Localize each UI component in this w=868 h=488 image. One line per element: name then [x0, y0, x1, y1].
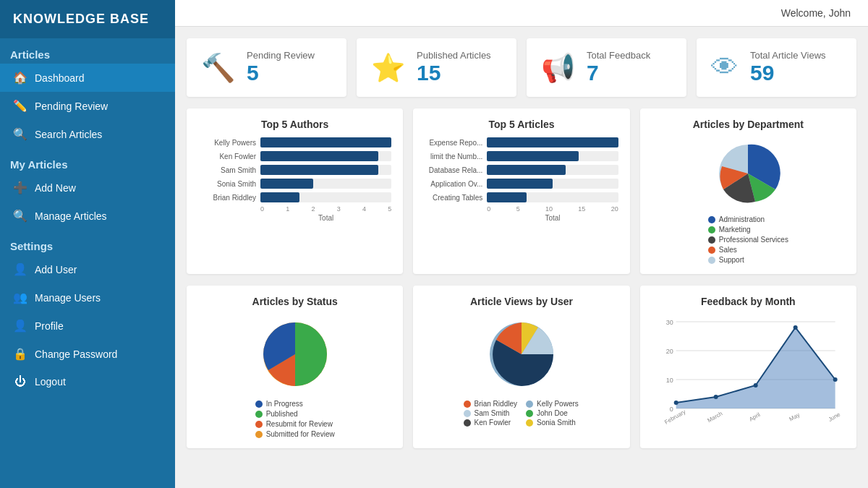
pending-review-stat-icon: 🔨 [201, 52, 235, 84]
articles-section-label: Articles [0, 38, 175, 64]
bar-fill [260, 151, 378, 161]
articles-by-status-title: Articles by Status [198, 296, 391, 307]
bar-fill [487, 192, 526, 202]
legend-item: In Progress [255, 400, 335, 408]
x-tick: June [827, 411, 841, 423]
views-label: Total Article Views [750, 50, 826, 61]
legend-item: Brian Riddley [464, 400, 517, 408]
bar-track [260, 179, 391, 189]
pending-review-label: Pending Review [247, 50, 315, 61]
article-name: Application Ov... [425, 180, 482, 188]
user-views-legend: Brian Riddley Kelly Powers Sam Smith Joh… [464, 400, 580, 427]
axis-tick: 1 [286, 205, 289, 213]
legend-dot [526, 419, 533, 427]
legend-dot [708, 247, 715, 254]
axis-tick: 2 [312, 205, 315, 213]
axis-tick: 20 [611, 205, 618, 213]
bar-track [260, 137, 391, 147]
legend-item: Marketing [708, 226, 788, 234]
y-tick: 30 [665, 319, 673, 326]
sidebar-item-manage-articles[interactable]: 🔍 Manage Articles [0, 202, 175, 230]
legend-label: Sales [719, 246, 737, 254]
legend-dot [464, 401, 471, 408]
welcome-message: Welcome, John [781, 7, 851, 19]
sidebar-item-label: Change Password [35, 348, 117, 360]
legend-dot [708, 216, 715, 223]
published-label: Published Articles [417, 50, 491, 61]
profile-icon: 👤 [13, 319, 27, 333]
data-point [793, 325, 797, 330]
sidebar-item-change-password[interactable]: 🔒 Change Password [0, 340, 175, 368]
legend-dot [464, 410, 471, 417]
legend-label: Administration [719, 215, 765, 223]
bar-track [487, 179, 618, 189]
top5-articles-title: Top 5 Articles [425, 119, 618, 130]
sidebar-item-label: Profile [35, 320, 64, 332]
legend-label: Ken Fowler [475, 419, 511, 427]
dashboard-content: 🔨 Pending Review 5 ⭐ Published Articles … [175, 27, 868, 488]
pending-review-value: 5 [247, 61, 315, 85]
legend-label: Support [719, 256, 744, 264]
manage-articles-icon: 🔍 [13, 209, 27, 223]
manage-users-icon: 👥 [13, 291, 27, 304]
author-bar-row: Brian Riddley [198, 192, 391, 202]
sidebar-item-add-user[interactable]: 👤 Add User [0, 255, 175, 283]
authors-axis-label: Total [260, 214, 391, 222]
x-tick: May [788, 411, 801, 422]
status-pie-container: In Progress Published Resubmit for Revie… [198, 314, 391, 438]
data-point [753, 383, 757, 388]
author-name: Ken Fowler [198, 153, 256, 160]
legend-dot [255, 411, 263, 418]
top5-authors-chart: Kelly Powers Ken Fowler Sam Smith Sonia … [198, 137, 391, 202]
topbar: Welcome, John [175, 0, 868, 27]
axis-tick: 10 [545, 205, 553, 213]
legend-item: Resubmit for Review [255, 420, 335, 428]
legend-item: Administration [708, 215, 788, 223]
author-bar-row: Kelly Powers [198, 137, 391, 147]
chart-row-2: Articles by Status In Progress Published [187, 286, 856, 448]
stat-card-feedback: 📢 Total Feedback 7 [527, 38, 686, 97]
legend-dot [708, 226, 715, 234]
article-bar-row: Creating Tables [425, 192, 618, 202]
sidebar-item-label: Add New [35, 182, 76, 194]
article-name: Expense Repo... [425, 139, 482, 147]
y-tick: 0 [669, 406, 673, 413]
bar-track [487, 137, 618, 147]
dept-legend: Administration Marketing Professional Se… [708, 215, 788, 264]
sidebar-item-pending-review[interactable]: ✏️ Pending Review [0, 92, 175, 120]
author-bar-row: Sam Smith [198, 165, 391, 175]
sidebar-item-profile[interactable]: 👤 Profile [0, 312, 175, 340]
sidebar-item-logout[interactable]: ⏻ Logout [0, 368, 175, 395]
stat-info-feedback: Total Feedback 7 [587, 50, 650, 85]
area-fill [676, 328, 835, 408]
legend-item: Ken Fowler [464, 419, 517, 427]
views-value: 59 [750, 61, 826, 85]
y-tick: 10 [665, 377, 673, 384]
bar-track [487, 192, 618, 202]
sidebar-item-add-new[interactable]: ➕ Add New [0, 174, 175, 202]
user-views-pie-container: Brian Riddley Kelly Powers Sam Smith Joh… [425, 314, 618, 427]
legend-label: Published [266, 410, 298, 418]
articles-axis-label: Total [487, 214, 618, 222]
axis-tick: 15 [578, 205, 585, 213]
legend-label: Kelly Powers [537, 400, 579, 408]
feedback-line-chart: 0102030FebruaryMarchAprilMayJune [652, 314, 845, 437]
sidebar-item-label: Manage Users [35, 292, 101, 304]
top5-authors-title: Top 5 Authors [198, 119, 391, 130]
legend-dot [708, 257, 715, 264]
legend-item: John Doe [526, 409, 579, 417]
legend-item: Sam Smith [464, 409, 517, 417]
sidebar-item-search-articles[interactable]: 🔍 Search Articles [0, 120, 175, 148]
sidebar-item-dashboard[interactable]: 🏠 Dashboard [0, 64, 175, 92]
settings-section-label: Settings [0, 230, 175, 255]
sidebar-item-manage-users[interactable]: 👥 Manage Users [0, 283, 175, 312]
sidebar-item-label: Logout [35, 376, 66, 388]
x-tick: March [706, 410, 723, 424]
views-stat-icon: 👁 [711, 52, 739, 83]
x-tick: April [748, 411, 762, 423]
sidebar-item-label: Dashboard [35, 72, 85, 84]
article-views-by-user-card: Article Views by User Brian Riddley Kell… [413, 286, 629, 448]
legend-label: Sonia Smith [537, 419, 576, 427]
articles-by-status-card: Articles by Status In Progress Published [187, 286, 403, 448]
author-name: Brian Riddley [198, 194, 256, 202]
